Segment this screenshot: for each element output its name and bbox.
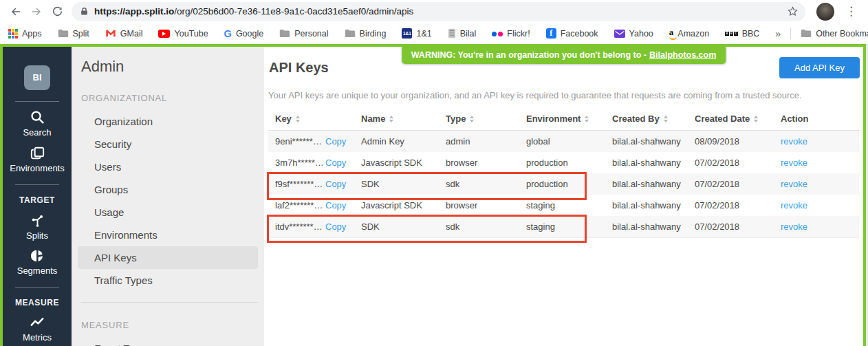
gmail-icon [105, 29, 116, 38]
column-header-name[interactable]: Name [361, 113, 446, 124]
table-row: 3m7h*****…CopyJavascript SDKbrowserprodu… [268, 152, 860, 173]
copy-link[interactable]: Copy [325, 136, 346, 147]
table-header-row: KeyNameTypeEnvironmentCreated ByCreated … [268, 109, 860, 131]
omnibox[interactable]: https://app.split.io/org/025b6d00-7e36-1… [72, 2, 805, 21]
cell-created-by: bilal.al-shahwany [612, 136, 695, 147]
admin-nav-item-usage[interactable]: Usage [78, 201, 258, 224]
bookmarks-divider [790, 28, 791, 39]
bookmark-item[interactable]: Yahoo [614, 29, 653, 39]
bookmark-label: Bilal [460, 29, 477, 39]
document-icon [448, 28, 456, 39]
admin-nav-item-organization[interactable]: Organization [78, 110, 258, 133]
bookmark-label: Amazon [677, 29, 709, 39]
page-area: BI Search Environments TARGET Splits [0, 44, 868, 346]
cell-key: laf2*******…Copy [268, 200, 361, 210]
bookmark-star-button[interactable] [783, 3, 801, 21]
reload-button[interactable] [47, 2, 67, 21]
admin-nav-item-users[interactable]: Users [78, 155, 258, 178]
cell-created-by: bilal.al-shahwany [612, 179, 695, 189]
forward-icon [30, 6, 43, 18]
api-keys-table: KeyNameTypeEnvironmentCreated ByCreated … [268, 109, 860, 238]
bookmark-item[interactable]: BBCBBC [725, 29, 759, 39]
other-bookmarks-folder[interactable]: Other Bookmarks [801, 29, 868, 39]
browser-window: https://app.split.io/org/025b6d00-7e36-1… [0, 0, 868, 346]
cell-key: itdv*******…Copy [268, 221, 361, 232]
copy-link[interactable]: Copy [325, 158, 346, 168]
revoke-link[interactable]: revoke [781, 200, 807, 210]
forward-button[interactable] [26, 2, 47, 21]
admin-nav-item-security[interactable]: Security [78, 133, 258, 155]
copy-link[interactable]: Copy [325, 200, 346, 210]
sidebar-item-environments[interactable]: Environments [3, 145, 72, 173]
api-key-masked: laf2*******… [275, 200, 325, 210]
admin-nav-item-groups[interactable]: Groups [78, 178, 258, 201]
bookmark-label: Flickr! [507, 29, 530, 39]
copy-link[interactable]: Copy [325, 179, 346, 189]
bookmarks-overflow-chevron[interactable]: » [775, 28, 781, 39]
folder-icon [58, 29, 69, 38]
bookmark-label: Split [73, 29, 89, 39]
bookmark-item[interactable]: Bilal [448, 28, 477, 39]
cell-environment: staging [526, 200, 612, 210]
bookmark-item[interactable]: GGoogle [224, 28, 264, 39]
sidebar-item-search[interactable]: Search [3, 109, 72, 138]
cell-name: Javascript SDK [361, 200, 446, 210]
search-icon [30, 109, 45, 125]
revoke-link[interactable]: revoke [781, 179, 807, 189]
warning-link[interactable]: Bilalphotos.com [649, 50, 716, 60]
cell-name: Javascript SDK [361, 158, 446, 168]
bookmark-item[interactable]: Birding [345, 29, 387, 39]
api-key-masked: 9eni******… [275, 136, 325, 147]
cell-created-date: 07/02/2018 [695, 179, 781, 189]
menu-icon[interactable]: ⋮ [841, 4, 861, 19]
bookmark-item[interactable]: Flickr! [492, 29, 530, 39]
revoke-link[interactable]: revoke [781, 221, 807, 232]
bookmark-item[interactable]: Apps [8, 29, 42, 39]
api-key-masked: itdv*******… [275, 221, 325, 232]
table-row: laf2*******…CopyJavascript SDKbrowsersta… [268, 195, 860, 216]
sidebar-item-splits[interactable]: Splits [3, 213, 72, 241]
column-header-type[interactable]: Type [446, 113, 526, 124]
column-label: Key [275, 113, 292, 124]
admin-nav-item-environments[interactable]: Environments [78, 224, 258, 246]
sidebar-item-segments[interactable]: Segments [3, 248, 72, 276]
column-header-created-by[interactable]: Created By [612, 113, 695, 124]
bookmark-item[interactable]: Personal [279, 29, 328, 39]
bookmark-item[interactable]: GMail [105, 29, 143, 39]
bookmark-item[interactable]: Split [58, 29, 89, 39]
bookmark-item[interactable]: 1&11&1 [402, 28, 431, 39]
back-button[interactable] [6, 2, 26, 21]
bookmark-label: YouTube [174, 29, 208, 39]
table-row: itdv*******…CopySDKsdkstagingbilal.al-sh… [268, 216, 860, 237]
sort-arrows-icon [389, 116, 393, 122]
admin-nav-item-api-keys[interactable]: API Keys [78, 246, 258, 269]
cell-name: SDK [361, 179, 446, 189]
admin-nav-item-traffic-types[interactable]: Traffic Types [78, 269, 258, 292]
column-header-environment[interactable]: Environment [526, 113, 612, 124]
cell-type: admin [446, 136, 526, 147]
bookmark-item[interactable]: aAmazon [669, 27, 709, 40]
cell-action: revoke [781, 200, 860, 210]
cell-key: 3m7h*****…Copy [268, 158, 361, 168]
sort-arrows-icon [664, 116, 668, 122]
sort-arrows-icon [585, 116, 589, 122]
bookmark-item[interactable]: YouTube [158, 29, 208, 39]
revoke-link[interactable]: revoke [781, 158, 807, 168]
add-api-key-button[interactable]: Add API Key [779, 57, 860, 78]
copy-link[interactable]: Copy [325, 221, 346, 232]
profile-avatar[interactable] [816, 3, 834, 21]
apps-grid-icon [8, 29, 18, 39]
sidebar-section-measure: MEASURE [3, 298, 72, 307]
bookmark-item[interactable]: fFacebook [546, 28, 598, 39]
admin-nav-item-event-types[interactable]: Event Types [78, 337, 258, 346]
column-header-created-date[interactable]: Created Date [695, 113, 781, 124]
revoke-link[interactable]: revoke [781, 136, 807, 147]
admin-nav-divider [81, 302, 258, 303]
sidebar-item-metrics[interactable]: Metrics [3, 315, 72, 343]
sort-arrows-icon [296, 116, 300, 122]
column-header-key[interactable]: Key [268, 113, 361, 124]
split-app-frame: BI Search Environments TARGET Splits [0, 44, 866, 346]
bookmark-label: 1&1 [416, 29, 431, 39]
cell-action: revoke [781, 136, 860, 147]
org-avatar[interactable]: BI [24, 65, 50, 90]
